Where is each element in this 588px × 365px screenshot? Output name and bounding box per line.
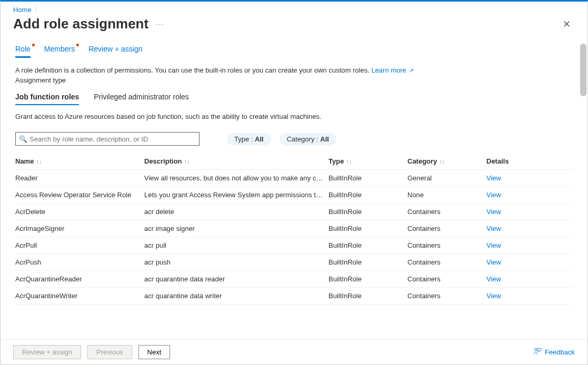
cell-name: AcrImageSigner: [15, 225, 144, 232]
cell-category: None: [407, 191, 486, 199]
cell-description: acr quarantine data reader: [144, 275, 328, 283]
tab-label: Review + assign: [88, 45, 142, 53]
cell-type: BuiltInRole: [328, 241, 407, 249]
cell-category: Containers: [407, 208, 486, 216]
subtab-job-function[interactable]: Job function roles: [15, 93, 79, 105]
person-feedback-icon: [533, 347, 542, 357]
tab-review[interactable]: Review + assign: [88, 45, 142, 58]
cell-name: AcrPull: [15, 241, 144, 249]
cell-type: BuiltInRole: [328, 225, 407, 232]
view-link[interactable]: View: [486, 208, 550, 216]
sort-icon: ↑↓: [439, 158, 445, 165]
close-icon[interactable]: ✕: [559, 16, 575, 32]
table-row[interactable]: AcrQuarantineWriteracr quarantine data w…: [15, 288, 573, 305]
table-body: ReaderView all resources, but does not a…: [15, 170, 573, 305]
tab-label: Role: [15, 45, 31, 53]
feedback-link[interactable]: Feedback: [533, 347, 575, 357]
sort-icon: ↑↓: [36, 158, 42, 165]
table-row[interactable]: Access Review Operator Service RoleLets …: [15, 187, 573, 204]
sort-icon: ↑↓: [184, 158, 190, 165]
assignment-type-label: Assignment type: [1, 74, 587, 89]
roles-table: Name↑↓ Description↑↓ Type↑↓ Category↑↓ D…: [1, 150, 587, 305]
tab-role[interactable]: Role: [15, 45, 31, 58]
cell-category: Containers: [407, 275, 486, 283]
vertical-scrollbar[interactable]: [580, 44, 586, 96]
table-row[interactable]: ReaderView all resources, but does not a…: [15, 170, 573, 187]
filter-category[interactable]: Category : All: [280, 133, 336, 145]
view-link[interactable]: View: [486, 275, 550, 283]
required-dot-icon: [76, 44, 79, 46]
cell-type: BuiltInRole: [328, 208, 407, 216]
cell-name: AcrQuarantineWriter: [15, 292, 144, 300]
view-link[interactable]: View: [486, 191, 550, 199]
svg-point-0: [534, 348, 537, 351]
tab-members[interactable]: Members: [44, 45, 75, 58]
cell-type: BuiltInRole: [328, 258, 407, 266]
review-assign-button: Review + assign: [13, 345, 81, 359]
view-link[interactable]: View: [486, 225, 550, 232]
table-row[interactable]: AcrPushacr pushBuiltInRoleContainersView: [15, 254, 573, 271]
cell-name: Access Review Operator Service Role: [15, 191, 144, 199]
table-row[interactable]: AcrImageSigneracr image signerBuiltInRol…: [15, 220, 573, 237]
cell-description: acr push: [144, 258, 328, 266]
cell-category: Containers: [407, 225, 486, 232]
col-details: Details: [486, 157, 550, 165]
cell-name: AcrPush: [15, 258, 144, 266]
cell-name: AcrQuarantineReader: [15, 275, 144, 283]
required-dot-icon: [32, 44, 35, 46]
tab-label: Members: [44, 45, 75, 53]
chevron-right-icon: 〉: [35, 6, 41, 14]
next-button[interactable]: Next: [138, 345, 171, 359]
col-type[interactable]: Type↑↓: [328, 157, 407, 165]
cell-type: BuiltInRole: [328, 292, 407, 300]
search-input[interactable]: [29, 135, 196, 143]
svg-rect-1: [537, 348, 541, 351]
breadcrumb-home[interactable]: Home: [13, 6, 32, 14]
cell-description: acr image signer: [144, 225, 328, 232]
cell-category: Containers: [407, 292, 486, 300]
subtab-privileged-admin[interactable]: Privileged administrator roles: [94, 93, 189, 105]
external-link-icon: ↗: [407, 67, 414, 74]
role-description-text: A role definition is a collection of per…: [1, 58, 587, 74]
cell-category: Containers: [407, 241, 486, 249]
filter-type[interactable]: Type : All: [227, 133, 271, 145]
table-row[interactable]: AcrQuarantineReaderacr quarantine data r…: [15, 271, 573, 288]
cell-description: Lets you grant Access Review System app …: [144, 191, 328, 199]
col-name[interactable]: Name↑↓: [15, 157, 144, 165]
wizard-tabs: Role Members Review + assign: [1, 36, 587, 58]
more-actions-icon[interactable]: ···: [156, 20, 165, 28]
filter-bar: 🔍 Type : All Category : All: [1, 120, 587, 150]
cell-description: acr delete: [144, 208, 328, 216]
cell-name: Reader: [15, 174, 144, 182]
page-header: Add role assignment ··· ✕: [1, 14, 587, 36]
cell-description: View all resources, but does not allow y…: [144, 174, 328, 182]
col-category[interactable]: Category↑↓: [407, 157, 486, 165]
table-header: Name↑↓ Description↑↓ Type↑↓ Category↑↓ D…: [15, 153, 573, 170]
learn-more-link[interactable]: Learn more ↗: [371, 66, 414, 74]
subtab-description: Grant access to Azure resources based on…: [1, 105, 587, 120]
cell-category: General: [407, 174, 486, 182]
cell-description: acr quarantine data writer: [144, 292, 328, 300]
cell-name: AcrDelete: [15, 208, 144, 216]
breadcrumb: Home 〉: [1, 2, 587, 14]
table-row[interactable]: AcrPullacr pullBuiltInRoleContainersView: [15, 237, 573, 254]
search-input-wrapper[interactable]: 🔍: [15, 132, 200, 146]
search-icon: 🔍: [19, 135, 27, 143]
view-link[interactable]: View: [486, 292, 550, 300]
cell-type: BuiltInRole: [328, 275, 407, 283]
previous-button: Previous: [87, 345, 132, 359]
view-link[interactable]: View: [486, 241, 550, 249]
cell-type: BuiltInRole: [328, 191, 407, 199]
view-link[interactable]: View: [486, 174, 550, 182]
assignment-type-tabs: Job function roles Privileged administra…: [1, 89, 587, 105]
view-link[interactable]: View: [486, 258, 550, 266]
table-row[interactable]: AcrDeleteacr deleteBuiltInRoleContainers…: [15, 204, 573, 220]
sort-icon: ↑↓: [346, 158, 352, 165]
wizard-footer: Review + assign Previous Next Feedback: [1, 339, 587, 364]
page-title: Add role assignment: [13, 16, 148, 32]
col-description[interactable]: Description↑↓: [144, 157, 328, 165]
cell-type: BuiltInRole: [328, 174, 407, 182]
cell-category: Containers: [407, 258, 486, 266]
cell-description: acr pull: [144, 241, 328, 249]
